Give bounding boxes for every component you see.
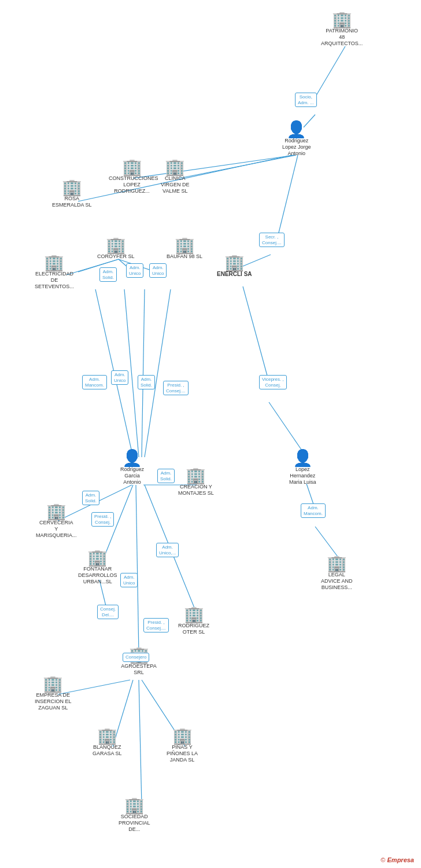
label-fontanar: FONTANARDESARROLLOSURBAN...SL [78,566,117,584]
building-icon-fontanar: 🏢 [87,550,108,566]
node-baufan[interactable]: 🏢 BAUFAN 98 SL [167,237,202,260]
label-empresa: EMPRESA DEINSERCION ELZAGUAN SL [35,692,72,711]
edge-label-adm-solid2[interactable]: Adm.Solid. [138,375,155,389]
node-creacion[interactable]: 🏢 CREACION YMONTAJES SL [178,468,214,496]
building-icon-baufan: 🏢 [175,237,195,253]
svg-line-5 [179,155,296,178]
label-sociedad: SOCIEDADPROVINCIALDE... [119,814,150,832]
edge-label-adm-unico5[interactable]: Adm.Unico [120,573,138,587]
svg-line-12 [142,289,145,457]
label-pinas: PIÑAS YPIÑONES LAJANDA SL [167,744,198,763]
edge-label-adm-solid3[interactable]: Adm.Solid. [157,469,175,483]
label-rosa: ROSAESMERALDA SL [52,196,92,208]
node-enercli[interactable]: 🏢 ENERCLI SA [217,255,252,278]
building-icon-coroyfer: 🏢 [106,237,126,253]
edge-label-socio-adm[interactable]: Socio,Adm. ... [295,93,317,107]
node-rosa-esmeralda[interactable]: 🏢 ROSAESMERALDA SL [52,179,92,208]
footer: © Empresa [381,856,414,863]
edge-label-adm-solid4[interactable]: Adm.Solid. [82,491,99,505]
node-electricidad[interactable]: 🏢 ELECTRICIDADDESETEVENTOS... [35,255,74,289]
building-icon-construcciones: 🏢 [122,159,142,175]
building-icon-electricidad: 🏢 [44,255,64,271]
label-blanquez: BLANQUEZGARASA SL [93,744,122,757]
label-coroyfer: COROYFER SL [97,253,135,260]
svg-line-27 [139,680,142,804]
label-baufan: BAUFAN 98 SL [167,253,202,260]
svg-line-2 [278,155,298,237]
edge-label-adm-mancom1[interactable]: Adm.Mancom. [82,375,107,389]
node-blanquez[interactable]: 🏢 BLANQUEZGARASA SL [93,728,122,757]
label-rodriguez-jorge: RodriguezLopez JorgeAntonio [282,138,311,156]
edge-label-adm-solid1[interactable]: Adm.Solid. [99,267,117,282]
edge-label-secr-consej[interactable]: Secr. ,Consej.... [259,233,285,247]
label-electricidad: ELECTRICIDADDESETEVENTOS... [35,271,74,289]
node-cerveceria[interactable]: 🏢 CERVECERIAYMARISQUERIA... [36,503,77,538]
label-legal: LEGALADVICE ANDBUSINESS... [321,572,353,590]
building-icon-blanquez: 🏢 [97,728,117,744]
node-rodriguez-oter[interactable]: 🏢 RODRIGUEZOTER SL [178,606,209,635]
node-rodriguez-garcia[interactable]: 👤 RodriguezGarciaAntonio [120,450,144,485]
edge-label-presid-consej3[interactable]: Presid. ,Consej.... [143,618,169,632]
label-patrimonio: PATRIMONIO48ARQUITECTOS... [321,28,363,46]
label-lopez: LopezHernandezMaria Luisa [289,466,316,485]
building-icon-sociedad: 🏢 [124,797,145,814]
svg-line-4 [133,155,295,178]
label-construcciones: CONSTRUCCIONESLOPEZRODRIGUEZ... [109,175,155,194]
node-empresa[interactable]: 🏢 EMPRESA DEINSERCION ELZAGUAN SL [35,676,72,711]
person-icon-lopez: 👤 [293,450,313,466]
edge-label-presid-consej1[interactable]: Presid. ,Consej.... [163,381,189,395]
copyright-symbol: © [381,856,385,863]
edge-label-adm-unico2[interactable]: Adm.Unico [149,263,167,278]
node-patrimonio[interactable]: 🏢 PATRIMONIO48ARQUITECTOS... [321,12,363,46]
svg-line-13 [145,289,171,457]
edge-label-presid-consej2[interactable]: Presid. ,Consej. [91,512,114,527]
edge-label-adm-mancom2[interactable]: Adm.Mancom. [301,503,326,518]
label-enercli: ENERCLI SA [217,271,252,278]
node-coroyfer[interactable]: 🏢 COROYFER SL [97,237,135,260]
node-construcciones[interactable]: 🏢 CONSTRUCCIONESLOPEZRODRIGUEZ... [109,159,155,194]
svg-line-15 [243,286,269,382]
building-icon-patrimonio: 🏢 [332,12,352,28]
label-clinica: CLINICAVIRGEN DEVALME SL [161,175,190,194]
node-lopez-hernandez[interactable]: 👤 LopezHernandezMaria Luisa [289,450,316,485]
label-cerveceria: CERVECERIAYMARISQUERIA... [36,520,77,538]
node-sociedad[interactable]: 🏢 SOCIEDADPROVINCIALDE... [119,797,150,832]
label-rodriguez-garcia: RodriguezGarciaAntonio [120,466,144,485]
brand-name: Empresa [387,856,414,863]
edge-label-consej-del[interactable]: Consej.Del.... [97,605,119,619]
building-icon-empresa: 🏢 [43,676,63,692]
building-icon-clinica: 🏢 [165,159,185,175]
building-icon-cerveceria: 🏢 [46,503,67,520]
building-icon-pinas: 🏢 [172,728,193,744]
node-rodriguez-jorge[interactable]: 👤 RodriguezLopez JorgeAntonio [282,122,311,156]
building-icon-enercli: 🏢 [224,255,245,271]
graph-container: 🏢 PATRIMONIO48ARQUITECTOS... 👤 Rodriguez… [0,0,421,868]
svg-line-0 [315,46,345,97]
edges-svg [0,0,421,868]
label-agroestepa: AGROESTEPA SRL [116,663,162,676]
building-icon-legal: 🏢 [327,556,347,572]
edge-label-consejero[interactable]: Consejero [123,653,149,662]
node-clinica[interactable]: 🏢 CLINICAVIRGEN DEVALME SL [161,159,190,194]
svg-line-23 [136,485,139,654]
edge-label-adm-unico3[interactable]: Adm.Unico [111,370,128,385]
person-icon-rodriguez-garcia: 👤 [122,450,142,466]
edge-label-adm-unico1[interactable]: Adm.Unico [126,263,143,278]
building-icon-rosa: 🏢 [62,179,82,196]
label-creacion: CREACION YMONTAJES SL [178,484,214,496]
node-fontanar[interactable]: 🏢 FONTANARDESARROLLOSURBAN...SL [78,550,117,584]
edge-label-vicepres-consej[interactable]: Vicepres. ,Consej. [259,375,287,389]
building-icon-rodriguez-oter: 🏢 [184,606,204,623]
edge-label-adm-unico4[interactable]: Adm.Unico,... [156,543,179,557]
label-rodriguez-oter: RODRIGUEZOTER SL [178,623,209,635]
node-pinas[interactable]: 🏢 PIÑAS YPIÑONES LAJANDA SL [167,728,198,763]
person-icon-rodriguez-jorge: 👤 [286,122,306,138]
building-icon-creacion: 🏢 [186,468,206,484]
node-legal[interactable]: 🏢 LEGALADVICE ANDBUSINESS... [321,556,353,590]
